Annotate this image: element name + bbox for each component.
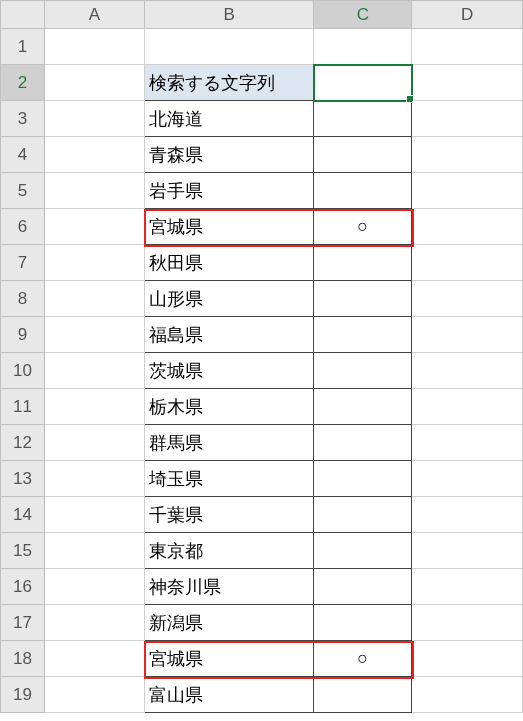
cell-D12[interactable]: [412, 425, 523, 461]
cell-B7[interactable]: 秋田県: [144, 245, 314, 281]
cell-B12[interactable]: 群馬県: [144, 425, 314, 461]
cell-B4[interactable]: 青森県: [144, 137, 314, 173]
cell-D14[interactable]: [412, 497, 523, 533]
row-header-18[interactable]: 18: [1, 641, 45, 677]
row-header-7[interactable]: 7: [1, 245, 45, 281]
cell-D16[interactable]: [412, 569, 523, 605]
cell-D10[interactable]: [412, 353, 523, 389]
cell-D3[interactable]: [412, 101, 523, 137]
cell-B9[interactable]: 福島県: [144, 317, 314, 353]
cell-A14[interactable]: [44, 497, 144, 533]
row-header-1[interactable]: 1: [1, 29, 45, 65]
cell-B18[interactable]: 宮城県: [144, 641, 314, 677]
cell-A11[interactable]: [44, 389, 144, 425]
spreadsheet-grid[interactable]: A B C D 1 2 検索する文字列 3 北海道 4 青森県 5: [0, 0, 523, 713]
cell-A2[interactable]: [44, 65, 144, 101]
cell-D18[interactable]: [412, 641, 523, 677]
row-header-17[interactable]: 17: [1, 605, 45, 641]
row-header-19[interactable]: 19: [1, 677, 45, 713]
row-header-5[interactable]: 5: [1, 173, 45, 209]
cell-C14[interactable]: [314, 497, 412, 533]
cell-C9[interactable]: [314, 317, 412, 353]
cell-D9[interactable]: [412, 317, 523, 353]
cell-B5[interactable]: 岩手県: [144, 173, 314, 209]
row-header-12[interactable]: 12: [1, 425, 45, 461]
row-header-10[interactable]: 10: [1, 353, 45, 389]
cell-C3[interactable]: [314, 101, 412, 137]
cell-A3[interactable]: [44, 101, 144, 137]
cell-A8[interactable]: [44, 281, 144, 317]
cell-D11[interactable]: [412, 389, 523, 425]
cell-B15[interactable]: 東京都: [144, 533, 314, 569]
cell-C7[interactable]: [314, 245, 412, 281]
cell-C12[interactable]: [314, 425, 412, 461]
cell-C2-active[interactable]: [314, 65, 412, 101]
cell-D5[interactable]: [412, 173, 523, 209]
cell-C16[interactable]: [314, 569, 412, 605]
cell-A6[interactable]: [44, 209, 144, 245]
cell-C5[interactable]: [314, 173, 412, 209]
cell-B19[interactable]: 富山県: [144, 677, 314, 713]
cell-D19[interactable]: [412, 677, 523, 713]
cell-A12[interactable]: [44, 425, 144, 461]
cell-A1[interactable]: [44, 29, 144, 65]
row-header-9[interactable]: 9: [1, 317, 45, 353]
cell-D2[interactable]: [412, 65, 523, 101]
row-header-13[interactable]: 13: [1, 461, 45, 497]
cell-C19[interactable]: [314, 677, 412, 713]
row-header-16[interactable]: 16: [1, 569, 45, 605]
cell-D17[interactable]: [412, 605, 523, 641]
cell-C17[interactable]: [314, 605, 412, 641]
cell-A16[interactable]: [44, 569, 144, 605]
row-header-6[interactable]: 6: [1, 209, 45, 245]
cell-B13[interactable]: 埼玉県: [144, 461, 314, 497]
cell-D8[interactable]: [412, 281, 523, 317]
cell-B11[interactable]: 栃木県: [144, 389, 314, 425]
cell-A10[interactable]: [44, 353, 144, 389]
row-header-15[interactable]: 15: [1, 533, 45, 569]
select-all-corner[interactable]: [1, 1, 45, 29]
cell-A4[interactable]: [44, 137, 144, 173]
cell-C11[interactable]: [314, 389, 412, 425]
cell-B10[interactable]: 茨城県: [144, 353, 314, 389]
col-header-A[interactable]: A: [44, 1, 144, 29]
cell-C6[interactable]: ○: [314, 209, 412, 245]
cell-C8[interactable]: [314, 281, 412, 317]
cell-C18[interactable]: ○: [314, 641, 412, 677]
row-header-11[interactable]: 11: [1, 389, 45, 425]
cell-D6[interactable]: [412, 209, 523, 245]
cell-A13[interactable]: [44, 461, 144, 497]
row-header-14[interactable]: 14: [1, 497, 45, 533]
cell-D7[interactable]: [412, 245, 523, 281]
cell-A19[interactable]: [44, 677, 144, 713]
cell-B3[interactable]: 北海道: [144, 101, 314, 137]
cell-C1[interactable]: [314, 29, 412, 65]
cell-D4[interactable]: [412, 137, 523, 173]
cell-A15[interactable]: [44, 533, 144, 569]
cell-D13[interactable]: [412, 461, 523, 497]
cell-B16[interactable]: 神奈川県: [144, 569, 314, 605]
row-header-3[interactable]: 3: [1, 101, 45, 137]
row-header-4[interactable]: 4: [1, 137, 45, 173]
cell-A18[interactable]: [44, 641, 144, 677]
cell-C10[interactable]: [314, 353, 412, 389]
cell-B2[interactable]: 検索する文字列: [144, 65, 314, 101]
cell-A7[interactable]: [44, 245, 144, 281]
row-header-8[interactable]: 8: [1, 281, 45, 317]
cell-C13[interactable]: [314, 461, 412, 497]
cell-B8[interactable]: 山形県: [144, 281, 314, 317]
cell-C4[interactable]: [314, 137, 412, 173]
cell-A9[interactable]: [44, 317, 144, 353]
col-header-C[interactable]: C: [314, 1, 412, 29]
cell-B14[interactable]: 千葉県: [144, 497, 314, 533]
cell-C15[interactable]: [314, 533, 412, 569]
cell-A17[interactable]: [44, 605, 144, 641]
cell-B17[interactable]: 新潟県: [144, 605, 314, 641]
cell-D1[interactable]: [412, 29, 523, 65]
row-header-2[interactable]: 2: [1, 65, 45, 101]
cell-B6[interactable]: 宮城県: [144, 209, 314, 245]
col-header-D[interactable]: D: [412, 1, 523, 29]
col-header-B[interactable]: B: [144, 1, 314, 29]
cell-D15[interactable]: [412, 533, 523, 569]
cell-A5[interactable]: [44, 173, 144, 209]
